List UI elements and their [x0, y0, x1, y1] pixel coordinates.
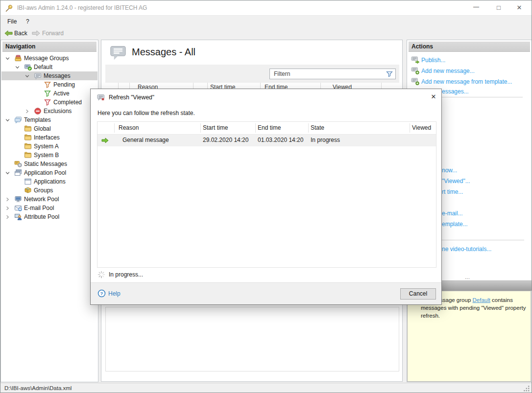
action-item-partial[interactable]: rt time...	[442, 188, 463, 196]
cell-start_time: 29.02.2020 14:20	[203, 137, 248, 143]
tree-item-network-pool[interactable]: Network Pool	[1, 195, 97, 204]
action-item-partial[interactable]: ...	[465, 274, 470, 281]
chevron-down-icon[interactable]	[15, 65, 20, 69]
action-item-partial[interactable]: emplate...	[442, 221, 468, 228]
tree-item-label: Exclusions	[44, 107, 72, 116]
close-icon: ✕	[517, 4, 522, 11]
help-icon: ?	[97, 289, 106, 298]
help-link[interactable]: Help	[108, 290, 121, 297]
menu-item-help[interactable]: ?	[26, 18, 29, 25]
maximize-button[interactable]: □	[490, 0, 507, 15]
tree-item-label: Groups	[34, 186, 53, 195]
column-header-start-time[interactable]: Start time	[203, 124, 228, 131]
column-header-reason[interactable]: Reason	[119, 124, 139, 131]
action-item-partial[interactable]: "Viewed"...	[442, 178, 470, 185]
forward-button[interactable]: Forward	[42, 30, 64, 37]
groups-icon	[24, 186, 32, 194]
resize-grip[interactable]	[524, 386, 530, 392]
action-add-new-message-from-template[interactable]: Add new message from template...	[407, 77, 532, 86]
folder-icon	[24, 134, 32, 141]
chevron-down-icon[interactable]	[25, 74, 29, 78]
tree-item-global[interactable]: Global	[1, 124, 97, 133]
notification-line: messages with pending "Viewed" property	[421, 304, 527, 312]
tree-item-completed[interactable]: Completed	[1, 98, 97, 107]
tree-item-static-messages[interactable]: Static Messages	[1, 160, 97, 168]
chevron-down-icon[interactable]	[5, 118, 10, 122]
tree-item-messages[interactable]: Messages	[1, 71, 97, 80]
tree-item-attribute-pool[interactable]: Attribute Pool	[1, 212, 97, 221]
folder-icon	[24, 142, 32, 150]
menu-bar: File ?	[0, 16, 532, 28]
maximize-icon: □	[497, 4, 501, 11]
tree-item-applications[interactable]: Applications	[1, 177, 97, 186]
chevron-down-icon[interactable]	[5, 56, 10, 61]
column-header-end-time[interactable]: End time	[258, 124, 281, 131]
minimize-button[interactable]: —	[468, 0, 484, 15]
dialog-message-icon	[97, 93, 105, 101]
tree-item-label: Completed	[53, 98, 82, 107]
app-window: { "window": { "title": "IBI-aws Admin 1.…	[0, 0, 532, 393]
network-pool-icon	[14, 195, 22, 203]
tree-item-label: Message Groups	[24, 54, 69, 63]
chevron-down-icon[interactable]	[5, 171, 10, 175]
applications-icon	[24, 178, 32, 185]
publish-icon	[411, 56, 420, 64]
templates-icon	[14, 116, 22, 124]
tree-item-system-a[interactable]: System A	[1, 142, 97, 151]
filter-input[interactable]	[269, 69, 396, 79]
tree-item-exclusions[interactable]: Exclusions	[1, 107, 97, 116]
dialog-close-button[interactable]: ✕	[428, 91, 439, 103]
tree-item-groups[interactable]: Groups	[1, 186, 97, 195]
dialog-title: Refresh "Viewed"	[109, 94, 154, 101]
tree-item-default[interactable]: Default	[1, 63, 97, 71]
tree-item-label: System B	[34, 151, 59, 160]
default-group-link[interactable]: Default	[472, 297, 490, 303]
close-icon: ✕	[431, 93, 436, 100]
close-button[interactable]: ✕	[511, 0, 528, 15]
actions-separator	[442, 97, 523, 97]
funnel-green-icon	[44, 90, 51, 97]
cancel-button[interactable]: Cancel	[400, 288, 436, 300]
svg-text:?: ?	[100, 291, 103, 296]
tree-item-application-pool[interactable]: Application Pool	[1, 168, 97, 177]
tree-item-label: Network Pool	[24, 195, 59, 204]
dialog-footer: ? Help Cancel	[91, 282, 441, 304]
tree-item-templates[interactable]: Templates	[1, 116, 97, 124]
action-item-partial[interactable]: e-mail...	[442, 210, 463, 217]
tree-item-interfaces[interactable]: Interfaces	[1, 133, 97, 142]
tree-item-active[interactable]: Active	[1, 89, 97, 98]
navigation-tree: Message GroupsDefaultMessagesPendingActi…	[1, 40, 98, 382]
folder-icon	[24, 151, 32, 159]
chevron-right-icon[interactable]	[5, 215, 10, 219]
action-add-new-message[interactable]: Add new message...	[407, 67, 532, 75]
column-header-viewed[interactable]: Viewed	[412, 124, 431, 131]
notification-line: refresh.	[421, 312, 527, 320]
attribute-pool-icon	[14, 213, 22, 221]
column-separator	[114, 123, 115, 133]
action-item-partial[interactable]: essages...	[442, 88, 469, 95]
back-button[interactable]: Back	[14, 30, 27, 37]
action-item-partial[interactable]: now...	[442, 167, 457, 174]
cell-state: In progress	[311, 137, 340, 143]
tree-item-label: Messages	[44, 71, 71, 80]
email-pool-icon	[14, 204, 22, 212]
tree-item-pending[interactable]: Pending	[1, 80, 97, 89]
funnel-orange-icon	[44, 81, 51, 89]
table-row[interactable]: General message29.02.2020 14:2001.03.202…	[97, 135, 436, 146]
dialog-description: Here you can follow the refresh state.	[97, 110, 195, 116]
chevron-right-icon[interactable]	[25, 109, 29, 114]
messages-icon	[109, 45, 127, 61]
action-item-partial[interactable]: ne video-tutorials...	[442, 246, 491, 253]
static-messages-icon	[14, 160, 22, 168]
action-publish[interactable]: Publish...	[407, 56, 532, 65]
menu-item-file[interactable]: File	[7, 18, 17, 25]
tree-item-message-groups[interactable]: Message Groups	[1, 54, 97, 63]
column-header-state[interactable]: State	[311, 124, 324, 131]
tree-item-e-mail-pool[interactable]: E-mail Pool	[1, 204, 97, 212]
tree-item-label: Application Pool	[24, 168, 66, 177]
window-title: IBI-aws Admin 1.24.0 - registered for IB…	[17, 4, 147, 11]
progress-status-text: In progress...	[109, 271, 143, 278]
chevron-right-icon[interactable]	[5, 197, 10, 202]
chevron-right-icon[interactable]	[5, 206, 10, 210]
tree-item-system-b[interactable]: System B	[1, 151, 97, 160]
